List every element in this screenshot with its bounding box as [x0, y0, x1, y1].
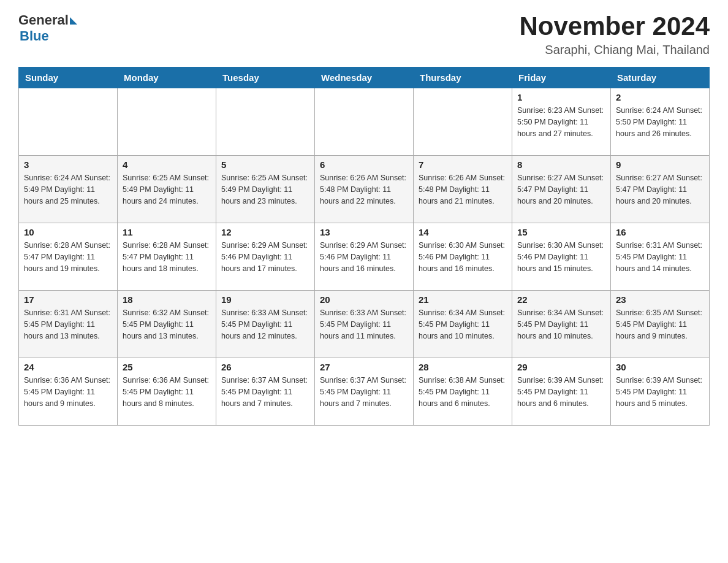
day-info: Sunrise: 6:36 AM Sunset: 5:45 PM Dayligh… [123, 375, 211, 409]
calendar-cell [216, 88, 315, 156]
day-info: Sunrise: 6:25 AM Sunset: 5:49 PM Dayligh… [221, 172, 309, 207]
day-number: 17 [24, 294, 112, 305]
day-info: Sunrise: 6:27 AM Sunset: 5:47 PM Dayligh… [616, 172, 704, 207]
day-number: 15 [517, 227, 605, 237]
calendar-cell: 28Sunrise: 6:38 AM Sunset: 5:45 PM Dayli… [414, 358, 512, 426]
calendar-cell: 20Sunrise: 6:33 AM Sunset: 5:45 PM Dayli… [315, 291, 414, 358]
calendar-body: 1Sunrise: 6:23 AM Sunset: 5:50 PM Daylig… [19, 88, 710, 426]
calendar-cell: 29Sunrise: 6:39 AM Sunset: 5:45 PM Dayli… [512, 358, 611, 426]
logo-triangle-icon [70, 17, 77, 25]
calendar-row-0: 1Sunrise: 6:23 AM Sunset: 5:50 PM Daylig… [19, 88, 710, 156]
day-number: 2 [616, 92, 704, 102]
weekday-header-row: SundayMondayTuesdayWednesdayThursdayFrid… [19, 67, 710, 88]
calendar-cell: 15Sunrise: 6:30 AM Sunset: 5:46 PM Dayli… [512, 223, 611, 291]
calendar-cell: 12Sunrise: 6:29 AM Sunset: 5:46 PM Dayli… [216, 223, 315, 291]
calendar-cell: 4Sunrise: 6:25 AM Sunset: 5:49 PM Daylig… [118, 156, 216, 223]
weekday-header-wednesday: Wednesday [315, 67, 414, 88]
logo: General Blue [18, 12, 77, 44]
calendar-cell [414, 88, 512, 156]
calendar-cell: 8Sunrise: 6:27 AM Sunset: 5:47 PM Daylig… [512, 156, 611, 223]
calendar-cell [19, 88, 118, 156]
calendar-table: SundayMondayTuesdayWednesdayThursdayFrid… [18, 67, 710, 426]
day-info: Sunrise: 6:25 AM Sunset: 5:49 PM Dayligh… [123, 172, 211, 207]
calendar-header: SundayMondayTuesdayWednesdayThursdayFrid… [19, 67, 710, 88]
calendar-cell: 27Sunrise: 6:37 AM Sunset: 5:45 PM Dayli… [315, 358, 414, 426]
calendar-row-1: 3Sunrise: 6:24 AM Sunset: 5:49 PM Daylig… [19, 156, 710, 223]
calendar-row-3: 17Sunrise: 6:31 AM Sunset: 5:45 PM Dayli… [19, 291, 710, 358]
calendar-cell: 23Sunrise: 6:35 AM Sunset: 5:45 PM Dayli… [611, 291, 710, 358]
day-number: 3 [24, 159, 112, 170]
logo-general-text: General [18, 12, 69, 28]
calendar-cell: 5Sunrise: 6:25 AM Sunset: 5:49 PM Daylig… [216, 156, 315, 223]
day-number: 5 [221, 159, 309, 170]
calendar-cell: 25Sunrise: 6:36 AM Sunset: 5:45 PM Dayli… [118, 358, 216, 426]
weekday-header-monday: Monday [118, 67, 216, 88]
day-number: 13 [320, 227, 408, 237]
weekday-header-thursday: Thursday [414, 67, 512, 88]
title-block: November 2024 Saraphi, Chiang Mai, Thail… [519, 12, 710, 57]
logo-blue-text: Blue [20, 28, 49, 44]
day-info: Sunrise: 6:28 AM Sunset: 5:47 PM Dayligh… [24, 240, 112, 274]
day-info: Sunrise: 6:34 AM Sunset: 5:45 PM Dayligh… [419, 307, 507, 342]
calendar-row-2: 10Sunrise: 6:28 AM Sunset: 5:47 PM Dayli… [19, 223, 710, 291]
day-number: 22 [517, 294, 605, 305]
day-number: 10 [24, 227, 112, 237]
calendar-cell: 14Sunrise: 6:30 AM Sunset: 5:46 PM Dayli… [414, 223, 512, 291]
day-number: 11 [123, 227, 211, 237]
day-number: 20 [320, 294, 408, 305]
day-info: Sunrise: 6:23 AM Sunset: 5:50 PM Dayligh… [517, 105, 605, 139]
day-info: Sunrise: 6:26 AM Sunset: 5:48 PM Dayligh… [320, 172, 408, 207]
day-number: 16 [616, 227, 704, 237]
day-number: 12 [221, 227, 309, 237]
calendar-cell [315, 88, 414, 156]
day-number: 7 [419, 159, 507, 170]
day-info: Sunrise: 6:39 AM Sunset: 5:45 PM Dayligh… [517, 375, 605, 409]
calendar-cell: 11Sunrise: 6:28 AM Sunset: 5:47 PM Dayli… [118, 223, 216, 291]
day-info: Sunrise: 6:27 AM Sunset: 5:47 PM Dayligh… [517, 172, 605, 207]
calendar-cell: 9Sunrise: 6:27 AM Sunset: 5:47 PM Daylig… [611, 156, 710, 223]
day-info: Sunrise: 6:30 AM Sunset: 5:46 PM Dayligh… [419, 240, 507, 274]
calendar-cell: 3Sunrise: 6:24 AM Sunset: 5:49 PM Daylig… [19, 156, 118, 223]
day-info: Sunrise: 6:38 AM Sunset: 5:45 PM Dayligh… [419, 375, 507, 409]
weekday-header-saturday: Saturday [611, 67, 710, 88]
day-number: 14 [419, 227, 507, 237]
calendar-cell: 16Sunrise: 6:31 AM Sunset: 5:45 PM Dayli… [611, 223, 710, 291]
day-info: Sunrise: 6:35 AM Sunset: 5:45 PM Dayligh… [616, 307, 704, 342]
day-number: 4 [123, 159, 211, 170]
day-info: Sunrise: 6:24 AM Sunset: 5:50 PM Dayligh… [616, 105, 704, 139]
day-info: Sunrise: 6:37 AM Sunset: 5:45 PM Dayligh… [221, 375, 309, 409]
day-info: Sunrise: 6:31 AM Sunset: 5:45 PM Dayligh… [616, 240, 704, 274]
day-info: Sunrise: 6:30 AM Sunset: 5:46 PM Dayligh… [517, 240, 605, 274]
day-info: Sunrise: 6:32 AM Sunset: 5:45 PM Dayligh… [123, 307, 211, 342]
day-info: Sunrise: 6:39 AM Sunset: 5:45 PM Dayligh… [616, 375, 704, 409]
day-info: Sunrise: 6:31 AM Sunset: 5:45 PM Dayligh… [24, 307, 112, 342]
day-number: 24 [24, 362, 112, 372]
day-number: 23 [616, 294, 704, 305]
month-year-title: November 2024 [519, 12, 710, 40]
day-info: Sunrise: 6:28 AM Sunset: 5:47 PM Dayligh… [123, 240, 211, 274]
day-info: Sunrise: 6:24 AM Sunset: 5:49 PM Dayligh… [24, 172, 112, 207]
day-number: 25 [123, 362, 211, 372]
calendar-cell: 30Sunrise: 6:39 AM Sunset: 5:45 PM Dayli… [611, 358, 710, 426]
calendar-cell: 6Sunrise: 6:26 AM Sunset: 5:48 PM Daylig… [315, 156, 414, 223]
day-number: 18 [123, 294, 211, 305]
day-info: Sunrise: 6:33 AM Sunset: 5:45 PM Dayligh… [320, 307, 408, 342]
day-number: 27 [320, 362, 408, 372]
calendar-cell: 19Sunrise: 6:33 AM Sunset: 5:45 PM Dayli… [216, 291, 315, 358]
day-info: Sunrise: 6:36 AM Sunset: 5:45 PM Dayligh… [24, 375, 112, 409]
day-number: 19 [221, 294, 309, 305]
calendar-cell: 1Sunrise: 6:23 AM Sunset: 5:50 PM Daylig… [512, 88, 611, 156]
day-number: 21 [419, 294, 507, 305]
calendar-cell: 7Sunrise: 6:26 AM Sunset: 5:48 PM Daylig… [414, 156, 512, 223]
calendar-cell: 18Sunrise: 6:32 AM Sunset: 5:45 PM Dayli… [118, 291, 216, 358]
day-number: 1 [517, 92, 605, 102]
weekday-header-sunday: Sunday [19, 67, 118, 88]
day-number: 6 [320, 159, 408, 170]
calendar-cell: 17Sunrise: 6:31 AM Sunset: 5:45 PM Dayli… [19, 291, 118, 358]
day-info: Sunrise: 6:29 AM Sunset: 5:46 PM Dayligh… [320, 240, 408, 274]
day-info: Sunrise: 6:33 AM Sunset: 5:45 PM Dayligh… [221, 307, 309, 342]
day-info: Sunrise: 6:37 AM Sunset: 5:45 PM Dayligh… [320, 375, 408, 409]
calendar-cell: 22Sunrise: 6:34 AM Sunset: 5:45 PM Dayli… [512, 291, 611, 358]
weekday-header-tuesday: Tuesday [216, 67, 315, 88]
calendar-cell: 2Sunrise: 6:24 AM Sunset: 5:50 PM Daylig… [611, 88, 710, 156]
